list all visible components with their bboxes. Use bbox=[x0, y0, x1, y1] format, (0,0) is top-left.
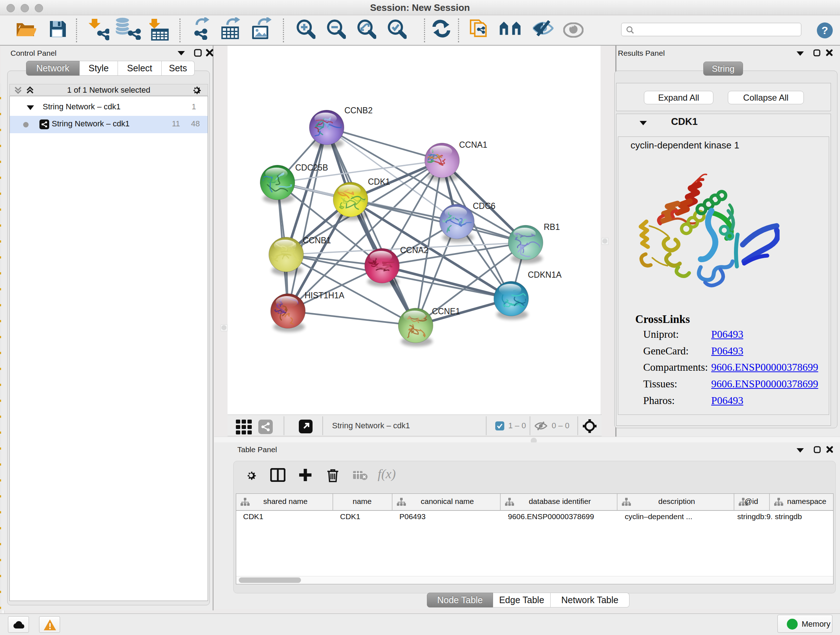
svg-text:CDC25B: CDC25B bbox=[295, 163, 328, 172]
svg-text:CCNE1: CCNE1 bbox=[432, 307, 460, 316]
svg-text:?: ? bbox=[821, 24, 828, 36]
svg-text:HIST1H1A: HIST1H1A bbox=[305, 291, 345, 300]
svg-text:CCNA1: CCNA1 bbox=[459, 140, 487, 149]
svg-text:CCNB1: CCNB1 bbox=[303, 236, 331, 245]
svg-text:RB1: RB1 bbox=[544, 222, 560, 232]
svg-text:CDC6: CDC6 bbox=[473, 201, 496, 211]
svg-text:CCNA2: CCNA2 bbox=[400, 245, 428, 255]
svg-text:CCNB2: CCNB2 bbox=[344, 106, 373, 115]
svg-text:CDK1: CDK1 bbox=[368, 177, 390, 187]
svg-text:CDKN1A: CDKN1A bbox=[528, 270, 562, 279]
